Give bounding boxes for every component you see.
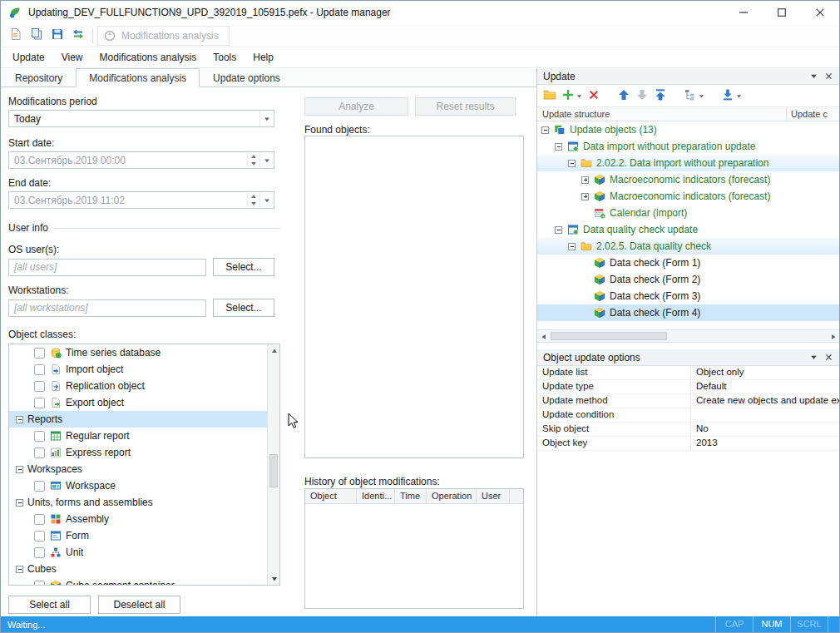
- modifications-analysis-toggle[interactable]: Modifications analysis: [97, 26, 230, 46]
- import-update-button[interactable]: [719, 87, 744, 105]
- analyze-button[interactable]: Analyze: [304, 97, 408, 116]
- expander-icon[interactable]: [16, 416, 23, 423]
- caret-icon[interactable]: [699, 93, 704, 99]
- history-column-operation[interactable]: Operation: [427, 489, 477, 503]
- found-objects-list[interactable]: [304, 136, 524, 458]
- scroll-down-icon[interactable]: [268, 572, 280, 585]
- update-tree-row[interactable]: Data quality check update: [537, 221, 839, 238]
- object-class-row[interactable]: Export object: [9, 394, 267, 411]
- move-to-top-button[interactable]: [652, 87, 669, 105]
- property-value[interactable]: Default: [691, 380, 839, 393]
- property-value[interactable]: Object only: [691, 366, 839, 379]
- history-table[interactable]: ObjectIdenti...TimeOperationUser: [304, 488, 524, 609]
- spin-up-icon[interactable]: [248, 192, 259, 200]
- property-value[interactable]: 2013: [691, 437, 839, 450]
- transfer-button[interactable]: [67, 26, 88, 46]
- object-class-row[interactable]: Express report: [9, 444, 267, 461]
- checkbox[interactable]: [34, 398, 45, 408]
- checkbox[interactable]: [34, 547, 45, 558]
- pane-menu-icon[interactable]: [807, 70, 820, 83]
- tab-repository[interactable]: Repository: [2, 68, 76, 87]
- delete-button[interactable]: [586, 87, 602, 105]
- menu-update[interactable]: Update: [4, 49, 53, 66]
- new-document-button[interactable]: [5, 26, 26, 46]
- update-tree-row[interactable]: Macroeconomic indicators (forecast): [537, 171, 839, 188]
- save-button[interactable]: [47, 26, 67, 46]
- menu-tools[interactable]: Tools: [205, 49, 245, 66]
- scroll-right-icon[interactable]: [827, 330, 839, 344]
- expander-icon[interactable]: [16, 566, 23, 573]
- object-class-row[interactable]: Cube segment container: [9, 577, 267, 585]
- property-value[interactable]: Create new objects and update exi...: [691, 394, 839, 408]
- expander-icon[interactable]: [16, 499, 23, 507]
- history-column-identi[interactable]: Identi...: [357, 489, 395, 503]
- spinner[interactable]: [247, 192, 259, 208]
- property-row[interactable]: Update listObject only: [537, 366, 839, 380]
- checkbox[interactable]: [34, 581, 45, 586]
- history-column-object[interactable]: Object: [305, 489, 357, 503]
- start-date-input[interactable]: 03.Сентябрь.2019 00:00: [8, 151, 274, 169]
- property-row[interactable]: Update condition: [537, 408, 839, 423]
- checkbox[interactable]: [34, 348, 45, 359]
- checkbox[interactable]: [34, 481, 45, 492]
- minimize-button[interactable]: [724, 1, 763, 24]
- menu-help[interactable]: Help: [245, 49, 282, 66]
- pane-close-icon[interactable]: [822, 351, 835, 364]
- expander-icon[interactable]: [581, 176, 589, 184]
- update-tree-row[interactable]: 2.02.2. Data import without preparation: [537, 155, 839, 171]
- reset-results-button[interactable]: Reset results: [415, 97, 516, 116]
- property-value[interactable]: [691, 408, 839, 422]
- checkbox[interactable]: [34, 448, 45, 458]
- move-up-button[interactable]: [615, 87, 632, 105]
- checkbox[interactable]: [34, 514, 45, 525]
- horizontal-scrollbar[interactable]: [537, 329, 839, 343]
- vertical-scrollbar[interactable]: [267, 344, 279, 585]
- chevron-down-icon[interactable]: [259, 192, 274, 208]
- expander-icon[interactable]: [16, 466, 23, 473]
- spinner[interactable]: [247, 152, 259, 168]
- new-folder-button[interactable]: [541, 87, 558, 105]
- update-tree-row[interactable]: Data check (Form 1): [537, 255, 839, 271]
- property-row[interactable]: Skip objectNo: [537, 423, 839, 437]
- object-class-row[interactable]: Form: [9, 527, 267, 544]
- checkbox[interactable]: [34, 531, 45, 542]
- maximize-button[interactable]: [763, 1, 801, 24]
- update-tree-row[interactable]: Data check (Form 2): [537, 271, 839, 288]
- object-class-row[interactable]: Workspaces: [9, 461, 267, 477]
- checkbox[interactable]: [34, 381, 45, 392]
- object-class-row[interactable]: Units, forms and assemblies: [9, 494, 267, 511]
- menu-view[interactable]: View: [53, 49, 91, 66]
- expander-icon[interactable]: [581, 193, 589, 200]
- menu-modifications-analysis[interactable]: Modifications analysis: [91, 49, 205, 66]
- expander-icon[interactable]: [568, 243, 576, 250]
- tab-modifications-analysis[interactable]: Modifications analysis: [76, 68, 200, 87]
- add-object-button[interactable]: [560, 87, 584, 105]
- property-row[interactable]: Update methodCreate new objects and upda…: [537, 394, 839, 408]
- checkbox[interactable]: [34, 431, 45, 442]
- expander-icon[interactable]: [555, 143, 562, 151]
- object-class-row[interactable]: Assembly: [9, 511, 267, 527]
- update-tree-row[interactable]: Data check (Form 3): [537, 288, 839, 304]
- resize-grip[interactable]: [828, 616, 839, 632]
- property-row[interactable]: Update typeDefault: [537, 380, 839, 394]
- update-tree-row[interactable]: Update objects (13): [537, 121, 839, 138]
- property-row[interactable]: Object key2013: [537, 437, 839, 451]
- spin-down-icon[interactable]: [248, 200, 259, 209]
- os-users-input[interactable]: [all users]: [8, 259, 206, 276]
- property-value[interactable]: No: [691, 423, 839, 436]
- update-tree-row[interactable]: Calendar (import): [537, 205, 839, 221]
- scroll-left-icon[interactable]: [537, 330, 550, 344]
- period-combobox[interactable]: Today: [8, 110, 274, 127]
- chevron-down-icon[interactable]: [259, 111, 274, 126]
- expander-icon[interactable]: [568, 160, 576, 167]
- object-class-row[interactable]: Time series database: [9, 344, 267, 361]
- object-class-row[interactable]: Workspace: [9, 477, 267, 494]
- move-down-button[interactable]: [634, 87, 650, 105]
- checkbox[interactable]: [34, 364, 45, 375]
- caret-icon[interactable]: [736, 93, 742, 99]
- deselect-all-button[interactable]: Deselect all: [98, 596, 180, 614]
- object-class-row[interactable]: Regular report: [9, 428, 267, 444]
- expander-icon[interactable]: [555, 226, 562, 234]
- object-class-row[interactable]: Reports: [9, 411, 267, 428]
- expander-icon[interactable]: [541, 126, 549, 134]
